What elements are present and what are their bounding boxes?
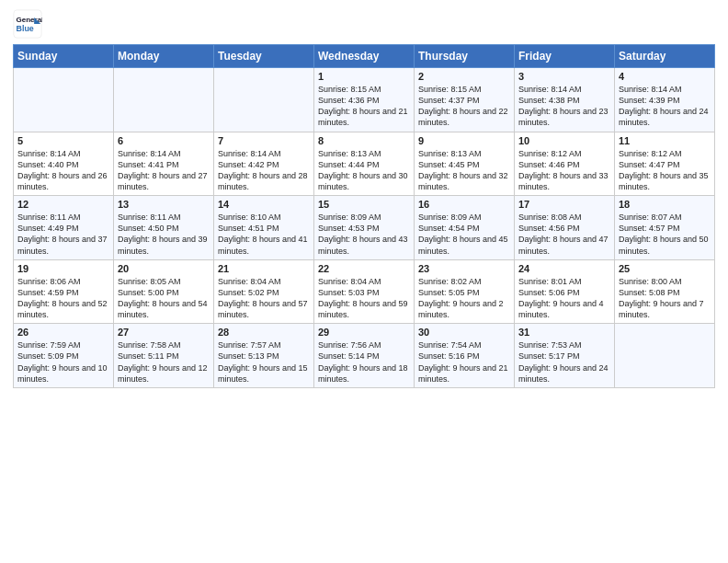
calendar-cell: 30Sunrise: 7:54 AM Sunset: 5:16 PM Dayli… [415,324,515,388]
day-info: Sunrise: 8:12 AM Sunset: 4:46 PM Dayligh… [518,148,610,193]
day-info: Sunrise: 8:14 AM Sunset: 4:41 PM Dayligh… [118,148,210,193]
day-info: Sunrise: 8:13 AM Sunset: 4:45 PM Dayligh… [418,148,510,193]
week-row-3: 12Sunrise: 8:11 AM Sunset: 4:49 PM Dayli… [14,196,715,260]
calendar-cell: 7Sunrise: 8:14 AM Sunset: 4:42 PM Daylig… [214,132,314,196]
day-number: 12 [17,199,109,210]
header: General Blue [13,9,715,39]
day-info: Sunrise: 8:06 AM Sunset: 4:59 PM Dayligh… [17,276,109,321]
calendar-cell: 6Sunrise: 8:14 AM Sunset: 4:41 PM Daylig… [114,132,214,196]
day-number: 13 [118,199,210,210]
day-number: 1 [318,71,410,82]
day-info: Sunrise: 7:53 AM Sunset: 5:17 PM Dayligh… [518,339,610,385]
day-number: 24 [518,263,610,274]
calendar-cell: 9Sunrise: 8:13 AM Sunset: 4:45 PM Daylig… [415,132,515,196]
day-number: 8 [318,135,410,146]
week-row-5: 26Sunrise: 7:59 AM Sunset: 5:09 PM Dayli… [14,324,715,388]
week-row-2: 5Sunrise: 8:14 AM Sunset: 4:40 PM Daylig… [14,132,715,196]
calendar-cell: 12Sunrise: 8:11 AM Sunset: 4:49 PM Dayli… [14,196,114,260]
weekday-header-saturday: Saturday [615,45,715,68]
calendar-cell: 20Sunrise: 8:05 AM Sunset: 5:00 PM Dayli… [114,259,214,324]
day-info: Sunrise: 8:12 AM Sunset: 4:47 PM Dayligh… [619,148,711,193]
day-info: Sunrise: 8:08 AM Sunset: 4:56 PM Dayligh… [518,212,610,257]
weekday-header-thursday: Thursday [415,45,515,68]
page: General Blue SundayMondayTuesdayWednesda… [0,0,728,563]
week-row-4: 19Sunrise: 8:06 AM Sunset: 4:59 PM Dayli… [14,259,715,324]
day-number: 9 [418,135,510,146]
weekday-header-tuesday: Tuesday [214,45,314,68]
calendar-cell [615,324,715,388]
day-number: 6 [118,135,210,146]
logo-icon: General Blue [13,9,42,39]
day-info: Sunrise: 7:54 AM Sunset: 5:16 PM Dayligh… [418,339,510,385]
calendar-cell: 23Sunrise: 8:02 AM Sunset: 5:05 PM Dayli… [415,259,515,324]
day-number: 30 [418,327,510,338]
day-number: 29 [318,327,410,338]
day-info: Sunrise: 8:02 AM Sunset: 5:05 PM Dayligh… [418,276,510,321]
calendar-cell [14,68,114,132]
calendar-cell: 22Sunrise: 8:04 AM Sunset: 5:03 PM Dayli… [314,259,415,324]
calendar-cell: 5Sunrise: 8:14 AM Sunset: 4:40 PM Daylig… [14,132,114,196]
day-number: 11 [619,135,711,146]
day-number: 16 [418,199,510,210]
logo: General Blue [13,9,42,39]
calendar-cell: 4Sunrise: 8:14 AM Sunset: 4:39 PM Daylig… [615,68,715,132]
calendar-cell: 8Sunrise: 8:13 AM Sunset: 4:44 PM Daylig… [314,132,415,196]
day-info: Sunrise: 8:15 AM Sunset: 4:36 PM Dayligh… [318,84,410,129]
calendar-cell: 3Sunrise: 8:14 AM Sunset: 4:38 PM Daylig… [515,68,615,132]
day-number: 7 [218,135,310,146]
day-number: 3 [518,71,610,82]
calendar-cell: 31Sunrise: 7:53 AM Sunset: 5:17 PM Dayli… [515,324,615,388]
calendar-cell: 2Sunrise: 8:15 AM Sunset: 4:37 PM Daylig… [415,68,515,132]
calendar-cell: 1Sunrise: 8:15 AM Sunset: 4:36 PM Daylig… [314,68,415,132]
calendar-cell: 16Sunrise: 8:09 AM Sunset: 4:54 PM Dayli… [415,196,515,260]
weekday-header-sunday: Sunday [14,45,114,68]
day-info: Sunrise: 8:14 AM Sunset: 4:42 PM Dayligh… [218,148,310,193]
calendar-cell: 28Sunrise: 7:57 AM Sunset: 5:13 PM Dayli… [214,324,314,388]
day-info: Sunrise: 8:14 AM Sunset: 4:40 PM Dayligh… [17,148,109,193]
day-info: Sunrise: 8:14 AM Sunset: 4:39 PM Dayligh… [619,84,711,129]
day-number: 26 [17,327,109,338]
day-number: 22 [318,263,410,274]
day-info: Sunrise: 8:15 AM Sunset: 4:37 PM Dayligh… [418,84,510,129]
svg-text:Blue: Blue [17,24,34,33]
weekday-header-wednesday: Wednesday [314,45,415,68]
day-number: 20 [118,263,210,274]
day-number: 10 [518,135,610,146]
day-number: 23 [418,263,510,274]
calendar-cell: 10Sunrise: 8:12 AM Sunset: 4:46 PM Dayli… [515,132,615,196]
day-info: Sunrise: 7:57 AM Sunset: 5:13 PM Dayligh… [218,339,310,385]
day-number: 19 [17,263,109,274]
calendar-cell: 14Sunrise: 8:10 AM Sunset: 4:51 PM Dayli… [214,196,314,260]
day-number: 17 [518,199,610,210]
day-info: Sunrise: 8:13 AM Sunset: 4:44 PM Dayligh… [318,148,410,193]
calendar-cell: 13Sunrise: 8:11 AM Sunset: 4:50 PM Dayli… [114,196,214,260]
day-info: Sunrise: 8:09 AM Sunset: 4:53 PM Dayligh… [318,212,410,257]
calendar-cell: 19Sunrise: 8:06 AM Sunset: 4:59 PM Dayli… [14,259,114,324]
day-info: Sunrise: 8:04 AM Sunset: 5:03 PM Dayligh… [318,276,410,321]
calendar-cell: 18Sunrise: 8:07 AM Sunset: 4:57 PM Dayli… [615,196,715,260]
day-info: Sunrise: 7:58 AM Sunset: 5:11 PM Dayligh… [118,339,210,385]
day-info: Sunrise: 7:59 AM Sunset: 5:09 PM Dayligh… [17,339,109,385]
day-info: Sunrise: 8:11 AM Sunset: 4:50 PM Dayligh… [118,212,210,257]
day-number: 21 [218,263,310,274]
calendar-cell: 24Sunrise: 8:01 AM Sunset: 5:06 PM Dayli… [515,259,615,324]
calendar-cell: 25Sunrise: 8:00 AM Sunset: 5:08 PM Dayli… [615,259,715,324]
calendar-cell: 26Sunrise: 7:59 AM Sunset: 5:09 PM Dayli… [14,324,114,388]
day-number: 27 [118,327,210,338]
day-number: 31 [518,327,610,338]
day-info: Sunrise: 8:00 AM Sunset: 5:08 PM Dayligh… [619,276,711,321]
calendar-cell [114,68,214,132]
day-number: 18 [619,199,711,210]
day-info: Sunrise: 8:11 AM Sunset: 4:49 PM Dayligh… [17,212,109,257]
calendar-table: SundayMondayTuesdayWednesdayThursdayFrid… [13,44,715,388]
weekday-header-row: SundayMondayTuesdayWednesdayThursdayFrid… [14,45,715,68]
day-info: Sunrise: 8:10 AM Sunset: 4:51 PM Dayligh… [218,212,310,257]
day-number: 4 [619,71,711,82]
day-number: 2 [418,71,510,82]
day-info: Sunrise: 8:04 AM Sunset: 5:02 PM Dayligh… [218,276,310,321]
day-info: Sunrise: 8:01 AM Sunset: 5:06 PM Dayligh… [518,276,610,321]
day-number: 14 [218,199,310,210]
weekday-header-monday: Monday [114,45,214,68]
day-info: Sunrise: 7:56 AM Sunset: 5:14 PM Dayligh… [318,339,410,385]
day-info: Sunrise: 8:09 AM Sunset: 4:54 PM Dayligh… [418,212,510,257]
